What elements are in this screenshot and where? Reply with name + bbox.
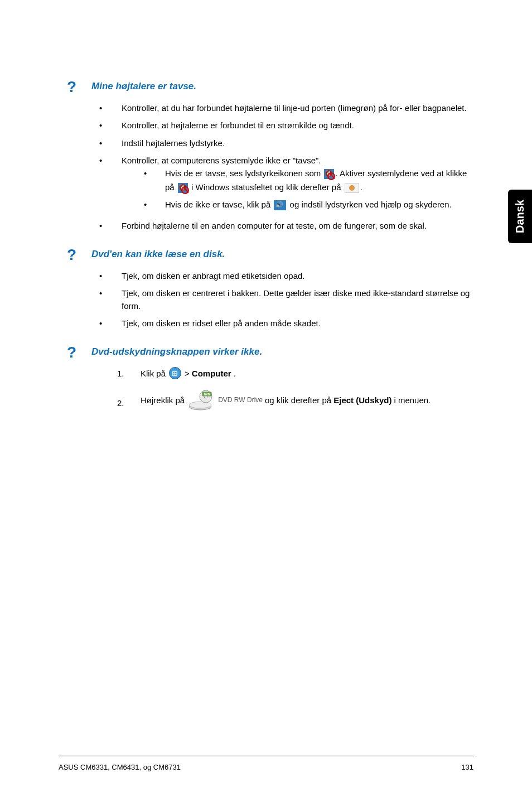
qa-speakers-silent: ? Mine højtalere er tavse. • Kontroller,… [67, 78, 473, 233]
speaker-icon [274, 200, 286, 210]
bullet-item: • Tjek, om disken er anbragt med etikets… [99, 269, 473, 282]
bullet-text: Kontroller, at højtalerne er forbundet t… [122, 119, 473, 132]
bullet-item: • Indstil højtalernes lydstyrke. [99, 137, 473, 149]
bullet-mark: • [144, 167, 149, 195]
bullet-item: • Forbind højtalerne til en anden comput… [99, 219, 473, 232]
speaker-muted-icon [178, 183, 188, 193]
bullet-mark: • [99, 269, 105, 282]
numbered-text: Klik på > Computer. [141, 367, 473, 380]
volume-mixer-icon [345, 183, 359, 193]
bullet-mark: • [144, 198, 149, 212]
bullet-text: Tjek, om disken er centreret i bakken. D… [122, 287, 473, 313]
language-tab: Dansk [508, 190, 532, 243]
question-mark-icon: ? [67, 246, 78, 264]
sub-bullet-item: • Hvis de er tavse, ses lydstyrkeikonen … [144, 167, 473, 195]
svg-point-1 [189, 402, 211, 408]
dvd-drive-icon: DVD [188, 390, 215, 411]
page-content: ? Mine højtalere er tavse. • Kontroller,… [0, 0, 532, 411]
question-title: Dvd'en kan ikke læse en disk. [91, 249, 225, 260]
number-mark: 2. [117, 397, 126, 409]
bullet-item: • Kontroller, at du har forbundet højtal… [99, 102, 473, 114]
bullet-mark: • [99, 119, 105, 132]
numbered-item: 1. Klik på > Computer. [117, 367, 473, 380]
dvd-drive-label: DVD RW Drive [218, 395, 263, 405]
svg-text:DVD: DVD [204, 392, 210, 395]
bullet-item: • Tjek, om disken er ridset eller på and… [99, 317, 473, 330]
bullet-mark: • [99, 137, 105, 149]
bullet-mark: • [99, 154, 105, 215]
bullet-text: Tjek, om disken er anbragt med etiketsid… [122, 269, 473, 282]
bullet-text: Kontroller, at du har forbundet højtaler… [122, 102, 473, 114]
bullet-item: • Tjek, om disken er centreret i bakken.… [99, 287, 473, 313]
numbered-item: 2. Højreklik på DVDDVD RW Drive og klik … [117, 390, 473, 411]
question-mark-icon: ? [67, 78, 78, 96]
numbered-text: Højreklik på DVDDVD RW Drive og klik der… [141, 390, 473, 411]
bullet-item: • Kontroller, at højtalerne er forbundet… [99, 119, 473, 132]
question-mark-icon: ? [67, 344, 78, 361]
bullet-mark: • [99, 317, 105, 330]
speaker-muted-icon [324, 169, 334, 179]
bullet-item: • Kontroller, at computerens systemlyde … [99, 154, 473, 215]
sub-bullet-text: Hvis de er tavse, ses lydstyrkeikonen so… [165, 167, 473, 195]
bullet-text: Tjek, om disken er ridset eller på anden… [122, 317, 473, 330]
bullet-text: Indstil højtalernes lydstyrke. [122, 137, 473, 149]
bullet-mark: • [99, 287, 105, 313]
question-title: Dvd-udskydningsknappen virker ikke. [91, 346, 262, 357]
footer-page-number: 131 [461, 763, 473, 771]
bullet-mark: • [99, 102, 105, 114]
footer-left: ASUS CM6331, CM6431, og CM6731 [59, 763, 181, 771]
sub-bullet-text: Hvis de ikke er tavse, klik på og indsti… [165, 198, 452, 212]
windows-start-icon [169, 367, 181, 379]
bullet-text: Forbind højtalerne til en anden computer… [122, 219, 473, 232]
qa-dvd-read: ? Dvd'en kan ikke læse en disk. • Tjek, … [67, 246, 473, 330]
page-footer: ASUS CM6331, CM6431, og CM6731 131 [59, 756, 473, 771]
number-mark: 1. [117, 367, 126, 380]
sub-bullet-item: • Hvis de ikke er tavse, klik på og inds… [144, 198, 473, 212]
bullet-text: Kontroller, at computerens systemlyde ik… [122, 156, 321, 165]
bullet-mark: • [99, 219, 105, 232]
question-title: Mine højtalere er tavse. [91, 81, 196, 92]
qa-dvd-eject: ? Dvd-udskydningsknappen virker ikke. 1.… [67, 344, 473, 411]
